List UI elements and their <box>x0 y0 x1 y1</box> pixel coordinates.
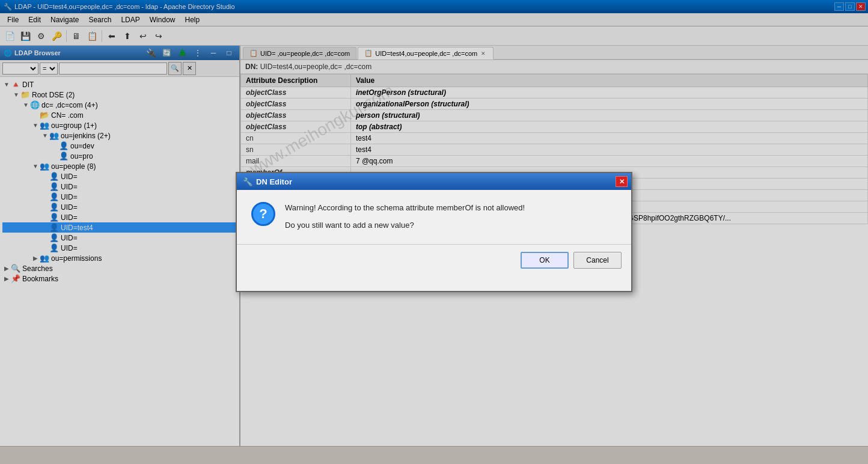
dialog-message-line1: Warning! According to the schema attribu… <box>285 202 617 215</box>
dialog-close-button[interactable]: ✕ <box>616 176 628 187</box>
dialog-warning-icon: ? <box>251 202 275 226</box>
dialog-title-text: DN Editor <box>256 177 292 186</box>
dialog-ok-button[interactable]: OK <box>521 252 569 269</box>
dialog-title-icon: 🔧 <box>243 177 252 186</box>
dialog-body: ? Warning! According to the schema attri… <box>237 190 631 244</box>
dialog-cancel-button[interactable]: Cancel <box>573 252 622 269</box>
dialog-title-bar: 🔧 DN Editor ✕ <box>237 173 631 190</box>
dn-editor-dialog: 🔧 DN Editor ✕ ? Warning! According to th… <box>236 172 632 292</box>
dialog-overlay: 🔧 DN Editor ✕ ? Warning! According to th… <box>0 0 868 458</box>
dialog-message: Warning! According to the schema attribu… <box>285 202 617 232</box>
dialog-message-line2: Do you still want to add a new value? <box>285 219 617 232</box>
dialog-footer: OK Cancel <box>237 244 631 276</box>
